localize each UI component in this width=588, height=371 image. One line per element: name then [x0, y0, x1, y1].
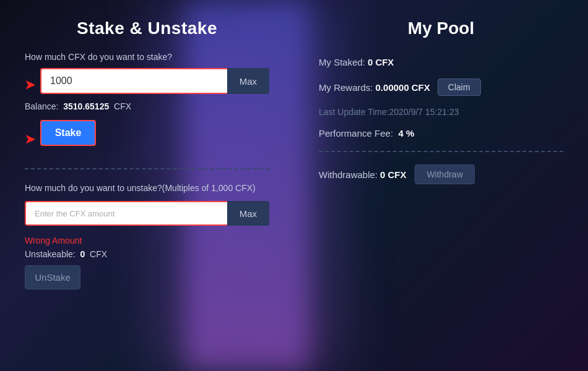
rewards-label: My Rewards:	[319, 82, 373, 93]
withdrawable-value: 0	[380, 169, 385, 180]
stake-input-label: How much CFX do you want to stake?	[25, 52, 269, 62]
withdraw-button[interactable]: Withdraw	[415, 164, 474, 184]
stake-arrow-icon: ➤	[25, 77, 35, 92]
staked-value: 0	[368, 57, 373, 67]
unstake-button[interactable]: UnStake	[25, 265, 80, 289]
stake-amount-input[interactable]	[40, 68, 227, 94]
staked-row: My Staked: 0 CFX	[319, 57, 563, 67]
stake-btn-arrow-icon: ➤	[25, 132, 35, 147]
unstakeable-display: Unstakeable: 0 CFX	[25, 249, 269, 259]
rewards-unit: CFX	[412, 82, 430, 93]
rewards-row: My Rewards: 0.00000 CFX Claim	[319, 79, 563, 96]
stake-unstake-title: Stake & Unstake	[25, 19, 269, 38]
right-panel: My Pool My Staked: 0 CFX My Rewards: 0.0…	[294, 0, 588, 371]
pool-divider	[319, 151, 563, 152]
wrong-amount-message: Wrong Amount	[25, 236, 269, 245]
unstake-max-button[interactable]: Max	[227, 201, 269, 226]
claim-button[interactable]: Claim	[438, 79, 481, 96]
performance-fee-display: Performance Fee: 4 %	[319, 128, 563, 139]
stake-button[interactable]: Stake	[40, 120, 96, 146]
balance-display: Balance: 3510.65125 CFX	[25, 101, 269, 111]
left-panel: Stake & Unstake How much CFX do you want…	[0, 0, 294, 371]
unstake-amount-input[interactable]	[25, 201, 227, 226]
last-update-display: Last Update Time:2020/9/7 15:21:23	[319, 107, 563, 117]
withdrawable-unit: CFX	[387, 169, 406, 180]
withdrawable-row: Withdrawable: 0 CFX Withdraw	[319, 164, 563, 184]
stake-max-button[interactable]: Max	[227, 68, 269, 94]
rewards-value: 0.00000	[376, 82, 409, 93]
section-divider	[25, 168, 269, 169]
unstake-input-label: How much do you want to unstake?(Multipl…	[25, 182, 269, 195]
my-pool-title: My Pool	[319, 19, 563, 38]
staked-unit: CFX	[375, 57, 394, 67]
withdrawable-label: Withdrawable:	[319, 169, 378, 180]
staked-label: My Staked:	[319, 57, 365, 67]
